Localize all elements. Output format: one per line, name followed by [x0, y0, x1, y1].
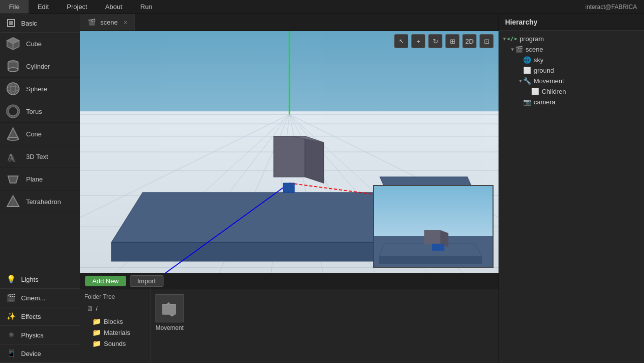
device-icon: 📱 [5, 347, 17, 359]
program-label: program [520, 35, 544, 43]
viewport[interactable]: ↖ + ↻ ⊞ 2D ⊡ [80, 31, 499, 273]
movement-arrow: ▾ [519, 78, 522, 84]
tab-scene-icon: 🎬 [87, 18, 96, 27]
tree-camera[interactable]: ▸ 📷 camera [499, 97, 644, 107]
sphere-icon [4, 80, 22, 98]
basic-icon [5, 17, 17, 29]
scene-type-icon: 🎬 [515, 46, 523, 53]
section-device-header[interactable]: 📱 Device [0, 344, 80, 362]
shape-plane[interactable]: Plane [0, 168, 80, 191]
cone-label: Cone [26, 130, 42, 138]
bottom-panel: Add New Import Folder Tree 🖥 / 📁 Blocks [80, 273, 499, 363]
scene-label: scene [526, 46, 543, 53]
torus-label: Torus [26, 108, 42, 115]
tree-movement[interactable]: ▾ 🔧 Movement [499, 76, 644, 86]
tab-close-button[interactable]: × [124, 19, 127, 26]
folder-materials-icon: 📁 [92, 328, 101, 336]
menu-project[interactable]: Project [58, 0, 96, 14]
movement-type-icon: 🔧 [523, 77, 531, 85]
shapes-panel: Cube Cylinder [0, 33, 80, 270]
grid-tool[interactable]: ⊞ [445, 34, 459, 48]
tree-program[interactable]: ▾ </> program [499, 34, 644, 44]
svg-marker-48 [274, 136, 305, 177]
folder-materials[interactable]: 📁 Materials [84, 327, 146, 338]
rotate-tool[interactable]: ↻ [428, 34, 442, 48]
tab-bar: 🎬 scene × [80, 14, 499, 31]
shape-cone[interactable]: Cone [0, 123, 80, 145]
folder-blocks[interactable]: 📁 Blocks [84, 316, 146, 327]
cube-icon [4, 35, 22, 53]
scene-arrow: ▾ [511, 46, 514, 53]
shape-cylinder[interactable]: Cylinder [0, 55, 80, 78]
sky-type-icon: 🌐 [523, 56, 531, 64]
shape-3dtext[interactable]: A A 3D Text [0, 145, 80, 168]
logo: interact@FABRICA [585, 4, 644, 11]
folder-tree: Folder Tree 🖥 / 📁 Blocks 📁 Materials [80, 289, 150, 363]
section-physics-header[interactable]: ⚛ Physics [0, 326, 80, 344]
camera-type-icon: 📷 [523, 98, 531, 106]
svg-rect-54 [283, 183, 294, 193]
asset-movement[interactable]: Movement [155, 294, 184, 331]
shape-tetrahedron[interactable]: Tetrahedron [0, 191, 80, 213]
folder-blocks-icon: 📁 [92, 317, 101, 325]
shape-torus[interactable]: Torus [0, 100, 80, 123]
select-tool[interactable]: ↖ [394, 34, 408, 48]
tree-ground[interactable]: ▸ ⬜ ground [499, 65, 644, 76]
tree-scene[interactable]: ▾ 🎬 scene [499, 44, 644, 55]
folder-sounds[interactable]: 📁 Sounds [84, 338, 146, 349]
svg-text:A: A [9, 154, 16, 164]
lights-label: Lights [21, 276, 39, 283]
svg-point-14 [8, 106, 19, 117]
3dtext-label: 3D Text [26, 153, 48, 160]
program-arrow: ▾ [503, 36, 506, 42]
section-device: 📱 Device [0, 344, 80, 363]
tree-children[interactable]: ▸ ⬜ Children [499, 86, 644, 97]
section-effects-header[interactable]: ✨ Effects [0, 307, 80, 325]
effects-icon: ✨ [5, 310, 17, 322]
section-basic-header[interactable]: Basic [0, 14, 80, 32]
section-lights-header[interactable]: 💡 Lights [0, 270, 80, 288]
add-tool[interactable]: + [411, 34, 425, 48]
hierarchy-header: Hierarchy [499, 14, 644, 31]
asset-movement-label: Movement [155, 324, 184, 331]
basic-label: Basic [21, 20, 37, 27]
svg-point-10 [7, 83, 19, 95]
menu-about[interactable]: About [96, 0, 131, 14]
camera-label: camera [534, 98, 555, 106]
cinema-icon: 🎬 [5, 292, 17, 304]
folder-sounds-label: Sounds [104, 340, 126, 347]
physics-label: Physics [21, 331, 44, 339]
import-button[interactable]: Import [130, 275, 164, 287]
folder-materials-label: Materials [104, 329, 130, 336]
tree-sky[interactable]: ▸ 🌐 sky [499, 55, 644, 65]
folder-root[interactable]: 🖥 / [84, 303, 146, 314]
ground-type-icon: ⬜ [523, 67, 531, 74]
2d-tool[interactable]: 2D [462, 34, 476, 48]
menu-run[interactable]: Run [131, 0, 162, 14]
mini-preview-svg [374, 186, 494, 268]
menu-file[interactable]: File [0, 0, 29, 14]
svg-rect-61 [432, 244, 444, 251]
shape-cube[interactable]: Cube [0, 33, 80, 55]
device-label: Device [21, 350, 41, 357]
viewport-toolbar: ↖ + ↻ ⊞ 2D ⊡ [394, 34, 494, 48]
cylinder-icon [4, 57, 22, 75]
menubar: File Edit Project About Run interact@FAB… [0, 0, 644, 14]
cone-icon [4, 125, 22, 143]
torus-icon [4, 102, 22, 120]
right-sidebar: Hierarchy ▾ </> program ▾ 🎬 scene ▸ 🌐 sk… [499, 14, 644, 363]
children-type-icon: ⬜ [531, 88, 539, 95]
center-area: 🎬 scene × [80, 14, 499, 363]
menu-edit[interactable]: Edit [29, 0, 58, 14]
tab-scene[interactable]: 🎬 scene × [80, 14, 135, 31]
section-lights: 💡 Lights [0, 270, 80, 289]
tetrahedron-icon [4, 193, 22, 211]
shape-sphere[interactable]: Sphere [0, 78, 80, 100]
view-tool[interactable]: ⊡ [479, 34, 494, 48]
asset-movement-icon [155, 294, 184, 322]
folder-root-icon: 🖥 [86, 305, 93, 312]
sky-label: sky [534, 56, 544, 64]
svg-point-7 [8, 68, 18, 72]
section-cinema-header[interactable]: 🎬 Cinem... [0, 289, 80, 307]
add-new-button[interactable]: Add New [85, 276, 126, 286]
